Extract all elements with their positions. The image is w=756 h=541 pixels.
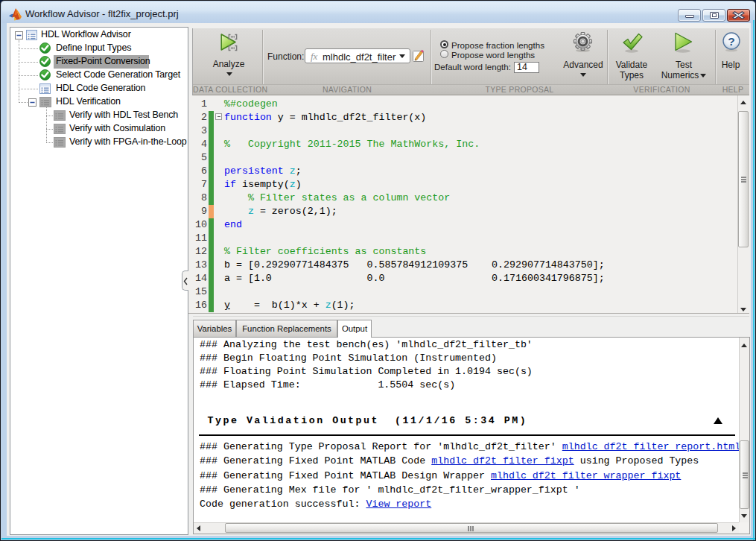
- svg-text:?: ?: [728, 35, 734, 48]
